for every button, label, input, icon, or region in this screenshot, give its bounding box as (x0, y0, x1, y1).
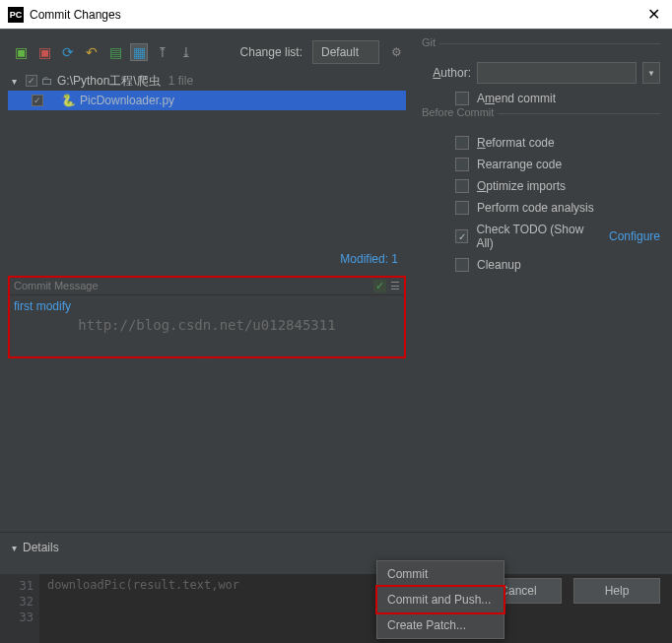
author-label: Author: (418, 66, 471, 80)
tree-file-row[interactable]: ✓ 🐍 PicDownloader.py (8, 91, 406, 110)
file-name: PicDownloader.py (80, 94, 174, 107)
commit-message-input[interactable]: first modify (10, 295, 404, 356)
todo-checkbox[interactable] (455, 229, 468, 243)
group-icon[interactable]: ▦ (130, 43, 148, 61)
file-count: 1 file (168, 74, 193, 88)
rearrange-label: Rearrange code (477, 158, 562, 171)
analysis-checkbox[interactable] (455, 201, 469, 215)
remove-icon[interactable]: ▣ (35, 43, 53, 61)
before-commit-group: Before Commit Reformat code Rearrange co… (418, 113, 660, 272)
python-file-icon: 🐍 (61, 94, 76, 107)
group-label: Before Commit (418, 106, 498, 118)
toolbar: ▣ ▣ ⟳ ↶ ▤ ▦ ⤒ ⤓ Change list: Default ⚙ (8, 37, 406, 67)
expand-icon[interactable]: ⤒ (154, 43, 171, 61)
spellcheck-icon[interactable]: ✓ (373, 280, 386, 292)
app-icon: PC (8, 7, 24, 23)
chevron-down-icon[interactable]: ▾ (12, 76, 22, 87)
git-group: Git Author: ▼ Amend commit (418, 43, 660, 105)
group-label: Git (418, 36, 439, 48)
gear-icon[interactable]: ⚙ (391, 45, 402, 59)
help-button[interactable]: Help (573, 578, 660, 604)
configure-link[interactable]: Configure (609, 229, 660, 243)
author-input[interactable] (477, 62, 637, 84)
modified-count: Modified: 1 (8, 248, 406, 270)
amend-checkbox[interactable] (455, 92, 469, 105)
commit-message-label: Commit Message (14, 280, 99, 292)
revert-icon[interactable]: ↶ (83, 43, 101, 61)
optimize-checkbox[interactable] (455, 179, 469, 193)
menu-commit-push[interactable]: Commit and Push... (377, 587, 504, 612)
amend-label: Amend commit (477, 92, 556, 105)
file-tree[interactable]: ▾ ✓ 🗀 G:\Python工程\爬虫 1 file ✓ 🐍 PicDownl… (8, 71, 406, 248)
window-title: Commit Changes (30, 8, 121, 22)
tree-path: G:\Python工程\爬虫 (57, 73, 161, 90)
menu-create-patch[interactable]: Create Patch... (377, 612, 504, 638)
author-dropdown[interactable]: ▼ (642, 62, 660, 84)
rearrange-checkbox[interactable] (455, 158, 469, 171)
menu-commit[interactable]: Commit (377, 561, 504, 587)
add-icon[interactable]: ▣ (12, 43, 30, 61)
checkbox[interactable]: ✓ (26, 75, 37, 87)
folder-icon: 🗀 (41, 74, 53, 88)
todo-label: Check TODO (Show All) (476, 223, 597, 250)
change-list-label: Change list: (240, 45, 302, 59)
commit-dropdown-menu: Commit Commit and Push... Create Patch..… (376, 560, 504, 639)
diff-icon[interactable]: ▤ (106, 43, 124, 61)
cleanup-checkbox[interactable] (455, 258, 469, 272)
close-icon[interactable]: ✕ (643, 5, 664, 24)
refresh-icon[interactable]: ⟳ (59, 43, 77, 61)
titlebar: PC Commit Changes ✕ (0, 0, 672, 30)
history-icon[interactable]: ☰ (390, 280, 400, 292)
details-label: Details (23, 541, 59, 554)
cleanup-label: Cleanup (477, 258, 521, 272)
change-list-dropdown[interactable]: Default (312, 40, 379, 64)
chevron-down-icon: ▾ (12, 543, 17, 553)
button-bar: Commit ▼ Cancel Help (0, 562, 672, 619)
optimize-label: Optimize imports (477, 179, 566, 193)
analysis-label: Perform code analysis (477, 201, 594, 215)
details-toggle[interactable]: ▾ Details (0, 532, 672, 562)
commit-message-section: Commit Message ✓ ☰ first modify http://b… (8, 276, 406, 358)
collapse-icon[interactable]: ⤓ (177, 43, 195, 61)
tree-root-row[interactable]: ▾ ✓ 🗀 G:\Python工程\爬虫 1 file (8, 71, 406, 91)
reformat-checkbox[interactable] (455, 136, 469, 150)
reformat-label: Reformat code (477, 136, 555, 150)
diff-preview (8, 364, 406, 524)
checkbox[interactable]: ✓ (32, 95, 43, 106)
